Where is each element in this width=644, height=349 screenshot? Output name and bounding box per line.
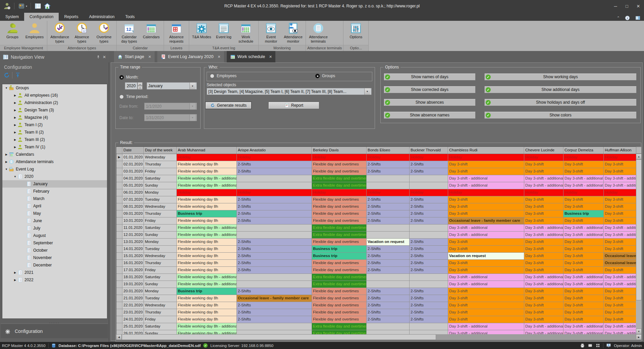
- schedule-cell[interactable]: Flexible day and overtimes: [312, 210, 367, 217]
- tree-item-august[interactable]: August: [2, 232, 107, 239]
- schedule-cell[interactable]: Extra flexible day and overtimes: [312, 232, 367, 239]
- schedule-cell[interactable]: Day 3-shift - additional: [524, 175, 564, 182]
- expander-icon[interactable]: ▶: [13, 94, 17, 97]
- schedule-cell[interactable]: Business trip: [564, 210, 604, 217]
- column-header[interactable]: Corpuz Demelza: [564, 147, 604, 154]
- schedule-cell[interactable]: Day 3-shift: [448, 288, 524, 295]
- schedule-cell[interactable]: [367, 274, 410, 281]
- schedule-cell[interactable]: Flexible working day 8h: [177, 295, 237, 302]
- schedule-cell[interactable]: 2-Shifts: [237, 168, 312, 175]
- schedule-cell[interactable]: Holiday: [448, 189, 524, 196]
- tree-item-2022[interactable]: ▶2022: [2, 276, 107, 284]
- tree-item-team-ii-2-[interactable]: ▶Team II (2): [2, 129, 107, 136]
- tree-item-team-iv-1-[interactable]: ▶Team IV (1): [2, 143, 107, 151]
- schedule-cell[interactable]: Day 3-shift: [564, 253, 604, 260]
- schedule-cell[interactable]: 2-Shifts: [367, 196, 410, 203]
- ribbon-button-attendance-types[interactable]: Attendance types: [49, 22, 71, 44]
- schedule-cell[interactable]: Day 3-shift: [564, 239, 604, 246]
- schedule-cell[interactable]: Day 3-shift - additional: [448, 182, 524, 189]
- schedule-cell[interactable]: 2-Shifts: [237, 246, 312, 253]
- schedule-cell[interactable]: 2-Shifts: [237, 239, 312, 246]
- horizontal-scrollbar[interactable]: ◀ ▶: [116, 334, 642, 340]
- column-header[interactable]: Date: [122, 147, 144, 154]
- schedule-cell[interactable]: Day 3-shift: [524, 196, 564, 203]
- schedule-cell[interactable]: Flexible working day 8h - additional: [177, 274, 237, 281]
- row-selector[interactable]: [116, 239, 122, 246]
- home-icon[interactable]: [44, 2, 51, 10]
- schedule-cell[interactable]: Day 3-shift: [524, 288, 564, 295]
- column-header[interactable]: Bonds Eliseo: [367, 147, 410, 154]
- schedule-cell[interactable]: Flexible working day 8h: [177, 316, 237, 323]
- schedule-cell[interactable]: Flexible day and overtimes: [312, 260, 367, 267]
- row-selector[interactable]: [116, 288, 122, 295]
- expander-icon[interactable]: ▶: [13, 271, 17, 274]
- schedule-cell[interactable]: Day 3-shift: [448, 161, 524, 168]
- schedule-cell[interactable]: Holiday: [237, 154, 312, 161]
- printer-icon[interactable]: [580, 343, 585, 348]
- schedule-cell[interactable]: 2-Shifts: [237, 267, 312, 274]
- schedule-cell[interactable]: Day 3-shift: [448, 302, 524, 309]
- month-radio[interactable]: [119, 75, 124, 80]
- schedule-cell[interactable]: Day 3-shift: [604, 210, 636, 217]
- schedule-cell[interactable]: Day 3-shift: [524, 309, 564, 316]
- tab-close-icon[interactable]: ✕: [269, 55, 272, 59]
- schedule-cell[interactable]: Day 3-shift: [448, 168, 524, 175]
- tree-item-magazine-4-[interactable]: ▶Magazine (4): [2, 114, 107, 121]
- schedule-cell[interactable]: 2-Shifts: [367, 288, 410, 295]
- schedule-cell[interactable]: Day 3-shift: [524, 217, 564, 225]
- schedule-cell[interactable]: Day 3-shift - additional: [604, 225, 636, 232]
- schedule-cell[interactable]: Extra flexible day and overtimes: [312, 175, 367, 182]
- selected-objects-combobox[interactable]: [3] Design Team, [4] Magazine, [5] Team …: [207, 88, 372, 95]
- schedule-cell[interactable]: Day 3-shift: [604, 196, 636, 203]
- schedule-cell[interactable]: Day 3-shift: [524, 302, 564, 309]
- tree-item-event-log[interactable]: ▼Event Log: [2, 165, 107, 173]
- tree-item-calendars[interactable]: ▶Calendars: [2, 151, 107, 158]
- schedule-cell[interactable]: [237, 175, 312, 182]
- schedule-cell[interactable]: Business trip: [177, 288, 237, 295]
- schedule-cell[interactable]: [410, 274, 448, 281]
- schedule-cell[interactable]: Holiday: [448, 154, 524, 161]
- schedule-cell[interactable]: Flexible working day 8h - additional: [177, 225, 237, 232]
- schedule-cell[interactable]: Holiday: [524, 154, 564, 161]
- groups-radio[interactable]: [315, 74, 320, 78]
- schedule-cell[interactable]: 2-Shifts: [367, 168, 410, 175]
- ribbon-button-absence-requests[interactable]: Absence requests: [165, 22, 187, 44]
- ribbon-button-attendance-monitor[interactable]: Attendance monitor: [282, 22, 304, 44]
- spinner-up-icon[interactable]: ▲: [138, 82, 143, 86]
- schedule-cell[interactable]: Flexible day and overtimes: [312, 288, 367, 295]
- tab-work-schedule[interactable]: Work schedule✕: [227, 51, 276, 62]
- generate-results-button[interactable]: Generate results: [205, 102, 252, 109]
- expander-icon[interactable]: ▶: [13, 279, 17, 282]
- column-header[interactable]: Berkeley Davis: [312, 147, 367, 154]
- schedule-cell[interactable]: Occasional leave - family member care: [604, 253, 636, 260]
- schedule-cell[interactable]: Day 3-shift - additional: [604, 175, 636, 182]
- schedule-cell[interactable]: 2-Shifts: [410, 302, 448, 309]
- schedule-cell[interactable]: Day 3-shift: [448, 239, 524, 246]
- row-selector[interactable]: [116, 189, 122, 196]
- row-selector[interactable]: [116, 196, 122, 203]
- schedule-cell[interactable]: Holiday: [410, 154, 448, 161]
- expander-icon[interactable]: ▶: [13, 116, 17, 119]
- year-spinner[interactable]: 2020 ▲▼: [125, 82, 143, 90]
- expander-icon[interactable]: ▶: [13, 101, 17, 104]
- schedule-cell[interactable]: Flexible day and overtimes: [312, 161, 367, 168]
- option-show-corrected-days[interactable]: ✓Show corrected days: [384, 86, 476, 93]
- tree-item-2021[interactable]: ▶2021: [2, 269, 107, 276]
- schedule-cell[interactable]: Flexible working day 8h: [177, 302, 237, 309]
- schedule-cell[interactable]: [367, 232, 410, 239]
- row-selector[interactable]: [116, 168, 122, 175]
- schedule-cell[interactable]: 2-Shifts: [410, 210, 448, 217]
- schedule-cell[interactable]: 2-Shifts: [410, 260, 448, 267]
- schedule-cell[interactable]: Holiday: [524, 189, 564, 196]
- schedule-cell[interactable]: Day 3-shift - additional: [564, 175, 604, 182]
- schedule-cell[interactable]: [237, 274, 312, 281]
- schedule-cell[interactable]: Day 3-shift: [448, 316, 524, 323]
- ribbon-button-calendars[interactable]: Calendars: [140, 22, 162, 40]
- schedule-cell[interactable]: Day 3-shift: [524, 253, 564, 260]
- column-header[interactable]: Arispe Anastatio: [237, 147, 312, 154]
- tree-item-september[interactable]: September: [2, 239, 107, 247]
- schedule-cell[interactable]: Day 3-shift - additional: [524, 274, 564, 281]
- chevron-up-icon[interactable]: ⌃: [617, 16, 620, 20]
- schedule-cell[interactable]: Day 3-shift: [604, 168, 636, 175]
- schedule-cell[interactable]: Day 3-shift - additional: [524, 232, 564, 239]
